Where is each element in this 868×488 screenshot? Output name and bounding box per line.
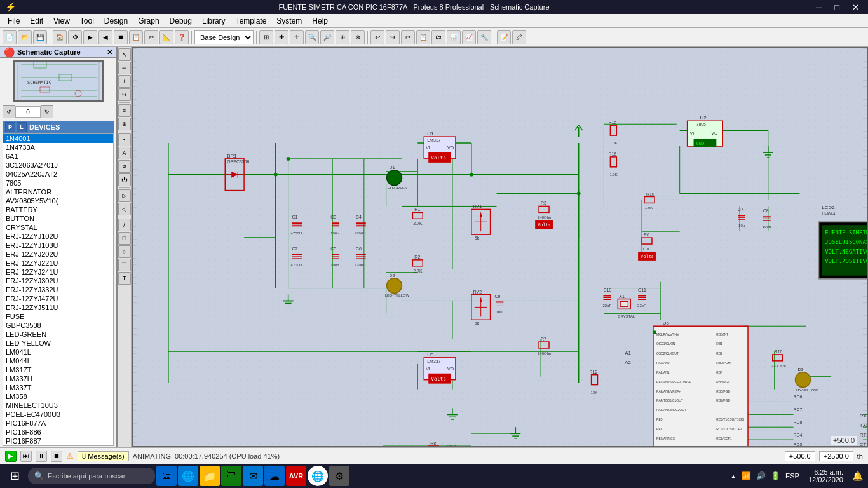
device-item-lm041l[interactable]: LM041L <box>3 348 113 356</box>
device-item-lm358[interactable]: LM358 <box>3 392 113 401</box>
tool-power[interactable]: ⏻ <box>118 173 131 186</box>
tb-plus[interactable]: ✚ <box>275 30 288 44</box>
message-count[interactable]: 8 Message(s) <box>78 451 129 461</box>
device-item-erj332[interactable]: ERJ-12ZYJ332U <box>3 285 113 294</box>
device-item-erj103[interactable]: ERJ-12ZYJ103U <box>3 241 113 250</box>
device-item-pcel[interactable]: PCEL-EC4700U3 <box>3 410 113 419</box>
tb-btn4[interactable]: ◀ <box>98 30 112 44</box>
rotate-left[interactable]: ↺ <box>3 105 15 118</box>
menu-design[interactable]: Design <box>99 15 133 27</box>
menu-template[interactable]: Template <box>231 15 272 27</box>
tool-component[interactable]: + <box>118 75 131 88</box>
taskbar-app-misc[interactable]: ⚙ <box>329 466 349 486</box>
close-button[interactable]: ✕ <box>848 3 863 12</box>
tb-btn8[interactable]: 📐 <box>159 30 173 44</box>
tool-text[interactable]: T <box>118 272 131 285</box>
tb-btn6[interactable]: 📋 <box>129 30 143 44</box>
device-item-erj511[interactable]: ERJ-12ZYJ511U <box>3 303 113 312</box>
tb-btn3[interactable]: ▶ <box>83 30 97 44</box>
menu-file[interactable]: File <box>3 15 25 27</box>
zoom-in[interactable]: 🔍 <box>305 30 319 44</box>
devices-list[interactable]: 1N4001 1N4733A 6A1 3C12063A2701J 04025A2… <box>3 133 114 446</box>
device-item-lm317t[interactable]: LM317T <box>3 365 113 374</box>
design-dropdown[interactable]: Base Design <box>194 30 254 44</box>
device-item-erj102[interactable]: ERJ-12ZYJ102U <box>3 232 113 241</box>
device-item-lm337h[interactable]: LM337H <box>3 374 113 383</box>
device-item-erj472[interactable]: ERJ-12ZYJ472U <box>3 294 113 303</box>
tool-line[interactable]: / <box>118 219 131 231</box>
mode-l-button[interactable]: L <box>17 122 27 132</box>
menu-graph[interactable]: Graph <box>133 15 164 27</box>
notifications-button[interactable]: 🔔 <box>850 471 865 481</box>
device-item-7805[interactable]: 7805 <box>3 179 113 187</box>
angle-input[interactable]: 0 <box>15 106 41 118</box>
tool-bus[interactable]: ≋ <box>118 160 131 173</box>
menu-library[interactable]: Library <box>197 15 231 27</box>
device-item-crystal[interactable]: CRYSTAL <box>3 223 113 232</box>
play-button[interactable]: ▶ <box>5 451 17 462</box>
device-item-button[interactable]: BUTTON <box>3 214 113 223</box>
tb-b5[interactable]: ✂ <box>401 30 415 44</box>
grid-button[interactable]: ⊞ <box>259 30 273 44</box>
device-item-erj241[interactable]: ERJ-12ZYJ241U <box>3 268 113 276</box>
device-item-gbpc[interactable]: GBPC3508 <box>3 321 113 330</box>
device-item-lm337t[interactable]: LM337T <box>3 383 113 392</box>
device-item-pic16f877a[interactable]: PIC16F877A <box>3 419 113 428</box>
menu-debug[interactable]: Debug <box>165 15 197 27</box>
new-button[interactable]: 📄 <box>3 30 17 44</box>
taskbar-app-security[interactable]: 🛡 <box>221 466 241 486</box>
device-item-lm044l[interactable]: LM044L <box>3 356 113 365</box>
device-item-1n4733a[interactable]: 1N4733A <box>3 143 113 152</box>
tool-junction[interactable]: • <box>118 133 131 146</box>
device-item-battery[interactable]: BATTERY <box>3 205 113 214</box>
menu-edit[interactable]: Edit <box>25 15 48 27</box>
tool-circle[interactable]: ○ <box>118 245 131 258</box>
menu-view[interactable]: View <box>48 15 75 27</box>
tb-b4[interactable]: ↪ <box>386 30 400 44</box>
device-item-minelect[interactable]: MINELECT10U3 <box>3 401 113 410</box>
device-item-1n4001[interactable]: 1N4001 <box>3 134 113 143</box>
tool-arc[interactable]: ⌒ <box>118 259 131 271</box>
taskbar-app-edge[interactable]: 🌐 <box>178 466 198 486</box>
taskbar-app-chrome[interactable]: 🌐 <box>308 466 328 486</box>
device-item-04025[interactable]: 04025A220JAT2 <box>3 170 113 179</box>
tb-b3[interactable]: ↩ <box>370 30 384 44</box>
device-item-erj302[interactable]: ERJ-12ZYJ302U <box>3 276 113 285</box>
menu-help[interactable]: Help <box>307 15 333 27</box>
tool-navigate[interactable]: ⊕ <box>118 118 131 130</box>
taskbar-app-onedrive[interactable]: ☁ <box>264 466 285 486</box>
mini-viewer[interactable]: SCHEMATIC <box>13 60 104 102</box>
tool-box[interactable]: □ <box>118 232 131 245</box>
zoom-out[interactable]: 🔎 <box>320 30 334 44</box>
tb-b10[interactable]: 🔧 <box>477 30 491 44</box>
mode-p-button[interactable]: P <box>5 122 15 132</box>
device-item-pic16f886[interactable]: PIC16F886 <box>3 428 113 437</box>
step-button[interactable]: ⏭ <box>20 451 32 462</box>
menu-system[interactable]: System <box>271 15 307 27</box>
sc-close[interactable]: ✕ <box>107 48 112 57</box>
device-item-erj221[interactable]: ERJ-12ZYJ221U <box>3 259 113 268</box>
taskbar-app-files[interactable]: 📁 <box>200 466 220 486</box>
device-item-6a1[interactable]: 6A1 <box>3 152 113 161</box>
rotate-right[interactable]: ↻ <box>41 105 53 118</box>
tool-arrow-left[interactable]: ◁ <box>118 203 131 215</box>
systray-chevron[interactable]: ▲ <box>730 473 736 480</box>
maximize-button[interactable]: □ <box>831 3 843 12</box>
tb-btn5[interactable]: ⏹ <box>114 30 128 44</box>
device-item-fuse[interactable]: FUSE <box>3 312 113 321</box>
canvas-area[interactable]: BR1 GBPC3508 U1 LM317T VI VO ADJ Volts <box>132 47 868 447</box>
systray-volume[interactable]: 🔊 <box>756 471 766 480</box>
tb-b11[interactable]: 📝 <box>497 30 511 44</box>
device-item-ledgreen[interactable]: LED-GREEN <box>3 330 113 339</box>
device-item-alternator[interactable]: ALTERNATOR <box>3 187 113 196</box>
pause-button[interactable]: ⏸ <box>36 451 47 462</box>
tb-b12[interactable]: 🖊 <box>512 30 526 44</box>
taskbar-app-avr[interactable]: AVR <box>286 466 306 486</box>
systray-network[interactable]: 📶 <box>742 471 751 480</box>
clock[interactable]: 6:25 a.m. 12/02/2020 <box>803 468 848 484</box>
print-button[interactable]: 🏠 <box>53 30 67 44</box>
taskbar-app-explorer[interactable]: 🗂 <box>156 466 177 486</box>
stop-button[interactable]: ⏹ <box>51 451 62 462</box>
minimize-button[interactable]: ─ <box>812 3 825 12</box>
start-button[interactable]: ⊞ <box>3 466 27 486</box>
